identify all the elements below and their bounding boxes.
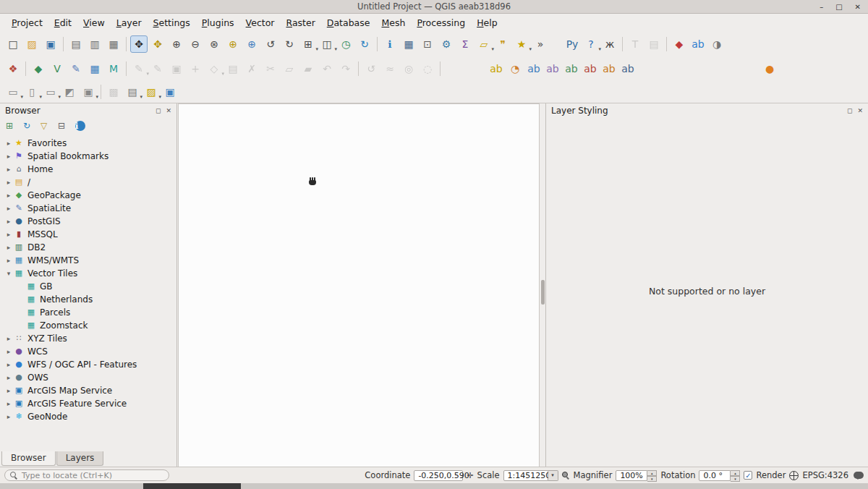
statistical-summary-button[interactable]: Σ bbox=[456, 35, 474, 53]
zoom-out-button[interactable]: ⊖ bbox=[187, 35, 204, 53]
expand-arrow-icon[interactable]: ▾ bbox=[4, 270, 13, 277]
menu-vector[interactable]: Vector bbox=[240, 15, 281, 30]
map-tips-button[interactable]: ❞ bbox=[494, 35, 511, 53]
browser-item-arcgis-map-service[interactable]: ▸ ▣ ArcGIS Map Service bbox=[0, 384, 176, 397]
expand-arrow-icon[interactable]: ▸ bbox=[4, 140, 13, 147]
measure-button[interactable]: ▱ bbox=[475, 35, 493, 53]
minimize-icon[interactable]: – bbox=[820, 3, 823, 11]
zoom-in-button[interactable]: ⊕ bbox=[168, 35, 185, 53]
tab-browser[interactable]: Browser bbox=[1, 451, 56, 466]
crs-globe-icon[interactable] bbox=[789, 471, 799, 480]
rotation-value[interactable]: 0.0 ° bbox=[699, 470, 731, 481]
menu-mesh[interactable]: Mesh bbox=[375, 15, 411, 30]
expand-arrow-icon[interactable]: ▸ bbox=[4, 387, 13, 394]
add-feature-button[interactable]: + bbox=[187, 60, 204, 77]
browser-item-home[interactable]: ▸ ⌂ Home bbox=[0, 163, 176, 176]
select-features-button[interactable]: ▭ bbox=[4, 83, 22, 101]
highlight-pinned-labels-button[interactable]: ab bbox=[525, 60, 542, 77]
menu-project[interactable]: Project bbox=[6, 15, 48, 30]
copy-features-button[interactable]: ▱ bbox=[281, 60, 298, 77]
browser-item-arcgis-feature-service[interactable]: ▸ ▣ ArcGIS Feature Service bbox=[0, 397, 176, 410]
pan-map-to-selection-button[interactable]: ✥ bbox=[149, 35, 166, 53]
expand-arrow-icon[interactable]: ▸ bbox=[4, 244, 13, 251]
add-ring-button[interactable]: ◎ bbox=[400, 60, 417, 77]
new-mesh-layer-button[interactable]: M bbox=[105, 60, 122, 77]
new-3d-map-view-button[interactable]: ◫ bbox=[318, 35, 336, 53]
magnifier-value[interactable]: 100% bbox=[616, 470, 647, 481]
deselect-features-button[interactable]: ▭ bbox=[42, 83, 59, 101]
identify-features-button[interactable]: ℹ bbox=[381, 35, 399, 53]
save-project-button[interactable]: ▣ bbox=[42, 35, 59, 53]
extents-toggle-icon[interactable]: ✛ bbox=[467, 471, 473, 480]
browser-item-wcs[interactable]: ▸ ● WCS bbox=[0, 345, 176, 358]
menu-processing[interactable]: Processing bbox=[411, 15, 471, 30]
spin-down-icon[interactable] bbox=[647, 476, 657, 482]
layer-styling-shortcut-button[interactable]: ▨ bbox=[142, 83, 160, 101]
toggle-editing-button[interactable]: ✎ bbox=[149, 60, 166, 77]
messages-icon[interactable] bbox=[854, 472, 864, 479]
browser-item-db2[interactable]: ▸ ▥ DB2 bbox=[0, 241, 176, 254]
expand-arrow-icon[interactable]: ▸ bbox=[4, 218, 13, 225]
reshape-features-button[interactable]: ◌ bbox=[419, 60, 436, 77]
save-layer-edits-button[interactable]: ▣ bbox=[168, 60, 185, 77]
pin-unpin-labels-button[interactable]: ab bbox=[544, 60, 561, 77]
new-project-button[interactable]: □ bbox=[4, 35, 22, 53]
add-selected-layers-button[interactable]: ⊞ bbox=[4, 119, 18, 133]
open-attribute-table-button[interactable]: ▦ bbox=[400, 35, 417, 53]
browser-item-gb[interactable]: ▦ GB bbox=[0, 280, 176, 293]
data-defined-override-button[interactable]: ▣ bbox=[161, 83, 179, 101]
float-panel-icon[interactable]: ◻ bbox=[847, 107, 852, 114]
simplify-feature-button[interactable]: ≈ bbox=[381, 60, 399, 77]
spin-up-icon[interactable] bbox=[731, 470, 740, 476]
map-theme-button[interactable]: ▤ bbox=[124, 83, 141, 101]
cut-features-button[interactable]: ✂ bbox=[262, 60, 279, 77]
select-all-features-button[interactable]: ▣ bbox=[80, 83, 97, 101]
expand-arrow-icon[interactable]: ▸ bbox=[4, 179, 13, 186]
select-features-by-value-button[interactable]: ▯ bbox=[23, 83, 41, 101]
browser-item-mssql[interactable]: ▸ ▮ MSSQL bbox=[0, 228, 176, 241]
browser-item-vector-tiles[interactable]: ▾ ▦ Vector Tiles bbox=[0, 267, 176, 280]
scale-combobox[interactable]: 1:1451250 bbox=[503, 470, 558, 481]
new-virtual-layer-button[interactable]: ▦ bbox=[86, 60, 103, 77]
python-console-button[interactable]: Py bbox=[563, 35, 581, 53]
tab-layers[interactable]: Layers bbox=[56, 451, 104, 466]
undo-button[interactable]: ↶ bbox=[318, 60, 336, 77]
menu-layer[interactable]: Layer bbox=[111, 15, 148, 30]
modify-attributes-button[interactable]: ▤ bbox=[224, 60, 242, 77]
vertex-tool-button[interactable]: ◇ bbox=[205, 60, 223, 77]
refresh-map-button[interactable]: ↻ bbox=[356, 35, 373, 53]
scale-value[interactable]: 1:1451250 bbox=[503, 470, 548, 481]
options-button[interactable]: ⚙ bbox=[438, 35, 455, 53]
current-edits-button[interactable]: ✎ bbox=[130, 60, 148, 77]
menu-settings[interactable]: Settings bbox=[148, 15, 196, 30]
toolbar-overflow-button[interactable]: » bbox=[532, 35, 549, 53]
expand-arrow-icon[interactable]: ▸ bbox=[4, 374, 13, 381]
menu-raster[interactable]: Raster bbox=[280, 15, 320, 30]
spin-up-icon[interactable] bbox=[647, 470, 657, 476]
new-map-view-button[interactable]: ⊞ bbox=[299, 35, 317, 53]
maximize-icon[interactable]: □ bbox=[835, 3, 842, 11]
field-calculator-button[interactable]: ⊡ bbox=[419, 35, 436, 53]
raster-transparency-button[interactable]: ▩ bbox=[105, 83, 122, 101]
expand-arrow-icon[interactable]: ▸ bbox=[4, 205, 13, 212]
browser-item-favorites[interactable]: ▸ ★ Favorites bbox=[0, 137, 176, 150]
text-annotation-button[interactable]: T bbox=[626, 35, 644, 53]
browser-item-spatialite[interactable]: ▸ ✎ SpatiaLite bbox=[0, 202, 176, 215]
filter-browser-button[interactable]: ▽ bbox=[38, 119, 53, 133]
magnifier-spinbox[interactable]: 100% bbox=[616, 470, 657, 481]
float-panel-icon[interactable]: ◻ bbox=[156, 107, 161, 114]
refresh-browser-button[interactable]: ↻ bbox=[21, 119, 35, 133]
browser-item-zoomstack[interactable]: ▦ Zoomstack bbox=[0, 319, 176, 332]
spin-down-icon[interactable] bbox=[731, 476, 740, 482]
render-checkbox[interactable]: ✓ bbox=[744, 471, 752, 480]
expand-arrow-icon[interactable]: ▸ bbox=[4, 166, 13, 173]
move-label-button[interactable]: ab bbox=[582, 60, 599, 77]
new-geopackage-layer-button[interactable]: ◆ bbox=[30, 60, 47, 77]
new-report-button[interactable]: ▥ bbox=[86, 35, 103, 53]
rotate-feature-button[interactable]: ↺ bbox=[362, 60, 380, 77]
collapse-all-button[interactable]: ⊟ bbox=[56, 119, 70, 133]
coordinate-input[interactable]: -0.250,0.590 bbox=[414, 470, 463, 481]
zoom-last-button[interactable]: ↺ bbox=[262, 35, 279, 53]
plugin-label-button[interactable]: ab bbox=[689, 35, 707, 53]
invert-selection-button[interactable]: ◩ bbox=[61, 83, 78, 101]
